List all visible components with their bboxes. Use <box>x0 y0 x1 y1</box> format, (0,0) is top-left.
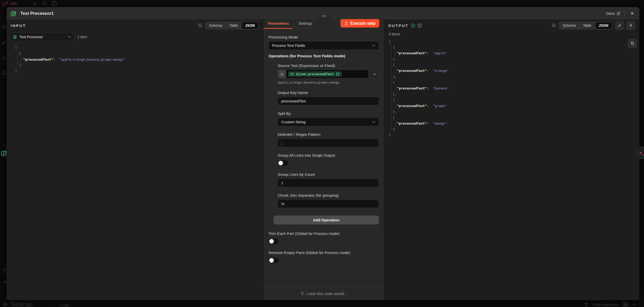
settings-label: Settings <box>11 301 33 307</box>
info-icon[interactable] <box>418 23 422 28</box>
output-panel: OUTPUT Schema Table JSON 5 items <box>384 20 639 300</box>
output-title-group: OUTPUT <box>388 23 422 28</box>
code-node-glyph: >_ <box>639 151 644 155</box>
output-items-count: 5 items <box>389 32 639 36</box>
json-line: [ <box>389 38 639 44</box>
toggle-knob <box>278 161 283 165</box>
input-panel-header: INPUT Schema Table JSON <box>7 20 263 31</box>
logs-panel-label[interactable]: Logs <box>59 302 69 307</box>
json-line: }, <box>389 91 639 97</box>
tab-settings[interactable]: Settings <box>299 21 312 25</box>
json-line: "processedText": "mango" <box>389 121 639 126</box>
execute-step-button[interactable]: Execute step <box>340 19 379 28</box>
chevron-up-icon[interactable] <box>632 302 636 306</box>
json-line: "processedText": "banana" <box>389 85 639 91</box>
search-icon[interactable] <box>42 1 47 6</box>
export-icon[interactable] <box>2 55 7 60</box>
tab-json[interactable]: JSON <box>595 22 612 29</box>
split-by-select[interactable]: Custom String <box>278 118 379 126</box>
pin-icon <box>629 24 633 28</box>
json-line: }, <box>389 74 639 79</box>
copy-icon <box>630 42 634 45</box>
add-operation-button[interactable]: Add Operation <box>274 216 379 224</box>
group-all-label: Group All Lines into Single Output <box>278 153 379 157</box>
tab-table[interactable]: Table <box>226 22 241 29</box>
parameters-header: Parameters Settings Execute step <box>263 18 384 29</box>
sidebar-collapse-icon[interactable] <box>49 302 53 306</box>
group-count-label: Group Lines by Count <box>278 172 379 177</box>
tab-schema[interactable]: Schema <box>206 22 225 29</box>
pin-data-button[interactable] <box>626 21 635 30</box>
trim-label: Trim Each Part (Global for Process mode) <box>269 231 379 236</box>
processing-mode-label: Processing Mode <box>269 35 379 39</box>
chunk-join-input[interactable] <box>278 199 379 208</box>
input-items-count: 1 item <box>77 35 87 39</box>
key-icon[interactable] <box>2 40 7 45</box>
chevron-down-icon <box>68 36 71 38</box>
grip-bar <box>325 15 326 17</box>
trim-toggle[interactable] <box>269 238 279 244</box>
fx-badge: fx <box>278 70 286 78</box>
docs-label: Docs <box>606 11 615 16</box>
app-logo-text: n8n <box>10 1 17 6</box>
success-check-icon <box>411 23 415 28</box>
node-edit-icon <box>11 10 17 17</box>
json-line: ] <box>389 132 639 138</box>
edit-output-button[interactable] <box>615 21 624 30</box>
output-key-input[interactable] <box>278 97 379 105</box>
remove-empty-label: Remove Empty Parts (Global for Process m… <box>269 250 379 255</box>
input-node-name: Text Processor <box>19 35 66 39</box>
tab-parameters[interactable]: Parameters <box>268 21 289 25</box>
home-icon[interactable] <box>2 24 7 30</box>
docs-link[interactable]: Docs <box>606 11 621 16</box>
source-text-expression-row: fx {{ $json.processedText }} <box>278 70 379 78</box>
settings-menu-item[interactable]: Settings <box>3 301 33 307</box>
json-line: { <box>389 79 639 85</box>
input-source-row: Text Processor 1 item <box>7 31 263 41</box>
expression-input[interactable]: {{ $json.processedText }} <box>286 70 369 78</box>
grip-bar <box>322 15 323 17</box>
search-icon[interactable] <box>198 23 203 28</box>
open-expression-editor-button[interactable] <box>370 70 379 78</box>
drag-handle[interactable] <box>316 13 332 18</box>
close-button[interactable]: × <box>629 10 635 17</box>
add-icon[interactable] <box>32 1 38 6</box>
next-node-button[interactable]: >_ <box>636 147 644 159</box>
tab-json[interactable]: JSON <box>242 22 258 29</box>
copy-output-button[interactable] <box>628 39 637 48</box>
input-json-viewer[interactable]: [{"processedText": "apple;orange;banana;… <box>15 45 263 74</box>
node-title[interactable]: Text Processor1 <box>20 11 54 16</box>
group-all-toggle[interactable] <box>278 160 288 166</box>
json-line: [ <box>15 45 263 51</box>
input-node-select[interactable]: Text Processor <box>10 33 74 41</box>
remove-empty-toggle[interactable] <box>269 257 279 263</box>
n8n-logo-icon <box>2 1 9 7</box>
node-feedback-link[interactable]: I wish this node would... <box>263 287 384 300</box>
processing-mode-select[interactable]: Process Text Fields <box>269 41 379 50</box>
clear-execution-label[interactable]: Clear execution <box>592 302 619 307</box>
json-line: { <box>389 44 639 50</box>
output-view-tabs: Schema Table JSON <box>559 21 612 30</box>
tab-table[interactable]: Table <box>580 22 595 29</box>
execution-footer: Clear execution <box>584 301 636 307</box>
json-line: ] <box>15 68 263 74</box>
expression-value: {{ $json.processedText }} <box>288 71 342 77</box>
toggle-knob <box>269 239 274 244</box>
output-json-viewer[interactable]: [{"processedText": "apple"},{"processedT… <box>389 38 639 138</box>
group-count-input[interactable] <box>278 179 379 187</box>
expression-editor-icon <box>372 72 376 76</box>
layout-icon[interactable] <box>51 1 57 6</box>
json-line: "processedText": "apple;orange;banana;gr… <box>15 57 263 62</box>
parameters-panel: Parameters Settings Execute step Process… <box>263 18 384 300</box>
gear-icon <box>3 302 8 307</box>
delimiter-input[interactable] <box>278 139 379 147</box>
popout-button[interactable] <box>622 301 629 307</box>
tab-schema[interactable]: Schema <box>559 22 579 29</box>
parameters-body: Processing Mode Process Text Fields Oper… <box>263 29 384 287</box>
popout-icon <box>624 303 627 306</box>
bell-icon[interactable] <box>2 70 7 75</box>
search-icon[interactable] <box>552 23 556 28</box>
json-line: { <box>389 97 639 103</box>
input-view-tabs: Schema Table JSON <box>205 21 259 30</box>
node-feedback-label: I wish this node would... <box>306 291 347 296</box>
